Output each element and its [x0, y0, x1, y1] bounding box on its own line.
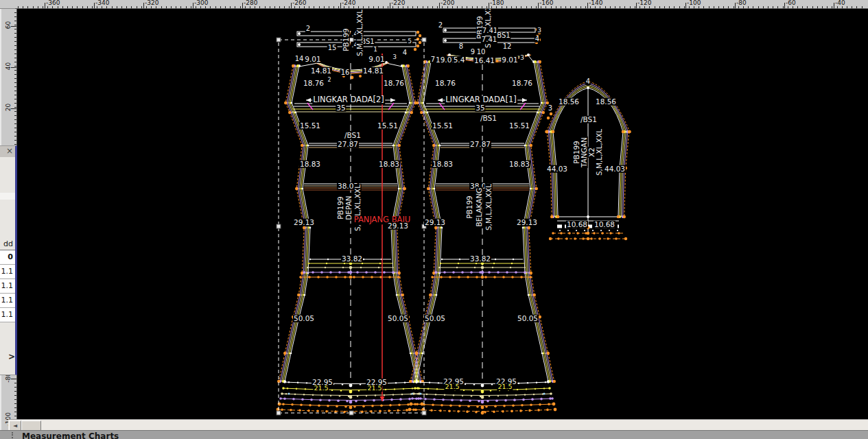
ruler-tick [689, 6, 690, 8]
ruler-tick [14, 128, 16, 128]
ruler-tick [777, 6, 778, 8]
top-ruler: -360-340-320-300-280-260-240-220-200-180… [0, 0, 868, 9]
ruler-tick [14, 99, 16, 99]
ruler-tick [349, 6, 349, 8]
grading-grid-header: dd [0, 239, 15, 250]
ruler-label: -340 [95, 0, 109, 6]
ruler-tick [788, 6, 788, 8]
ruler-tick [457, 6, 458, 8]
ruler-tick [274, 6, 275, 8]
pattern-canvas[interactable]: 2157.417.41BS1PB199S,M,L,XL,XXL149.019.0… [0, 0, 868, 439]
side-panel-titlebar[interactable]: × [0, 146, 15, 157]
ruler-tick [47, 6, 48, 8]
ruler-tick [126, 6, 127, 8]
ruler-tick [822, 6, 823, 8]
grading-cell[interactable]: 1.1 [0, 279, 15, 294]
ruler-tick [827, 6, 828, 8]
ruler-tick [423, 6, 423, 8]
ruler-tick [329, 6, 329, 8]
ruler-tick [215, 6, 216, 8]
ruler-tick [33, 6, 34, 8]
ruler-tick [14, 37, 16, 38]
ruler-label: 60 [5, 19, 12, 32]
ruler-tick [102, 6, 102, 8]
ruler-label: -180 [490, 0, 504, 6]
ruler-label: 40 [5, 60, 12, 73]
ruler-tick [735, 3, 736, 8]
ruler-tick [587, 3, 588, 8]
selection-handle[interactable] [422, 224, 426, 228]
ruler-tick [27, 6, 28, 8]
ruler-tick [14, 12, 16, 13]
back-piece[interactable] [408, 28, 557, 415]
expand-panel-button[interactable]: > [8, 352, 15, 361]
ruler-tick [605, 6, 606, 8]
measurement-charts-bar[interactable]: Measurement Charts [0, 430, 868, 439]
ruler-tick [640, 6, 640, 8]
ruler-tick [516, 6, 517, 8]
selection-box[interactable] [277, 38, 426, 415]
drag-grip-icon[interactable] [12, 432, 13, 438]
selection-handle[interactable] [277, 224, 281, 228]
ruler-tick [358, 6, 359, 8]
ruler-tick [14, 391, 16, 392]
ruler-tick [526, 6, 527, 8]
ruler-tick [225, 6, 226, 8]
ruler-tick [709, 6, 709, 8]
ruler-tick [442, 6, 443, 8]
close-icon[interactable]: × [6, 147, 13, 155]
ruler-label: -260 [292, 0, 306, 6]
ruler-label: -60 [786, 0, 796, 6]
ruler-tick [595, 6, 596, 8]
ruler-tick [664, 6, 665, 8]
ruler-tick [610, 6, 611, 8]
ruler-tick [14, 412, 16, 412]
ruler-tick [842, 6, 843, 8]
horizontal-scrollbar[interactable]: ◄ [8, 419, 868, 431]
ruler-tick [620, 6, 620, 8]
selection-handle[interactable] [277, 411, 281, 415]
ruler-label: -280 [244, 0, 257, 6]
front-piece[interactable] [277, 31, 425, 415]
ruler-tick [753, 6, 753, 8]
selection-handle[interactable] [349, 411, 353, 415]
pattern-drawing[interactable] [0, 0, 868, 439]
ruler-label: -80 [736, 0, 747, 6]
selection-handle[interactable] [277, 38, 281, 42]
ruler-tick [14, 132, 16, 132]
ruler-tick [299, 6, 300, 8]
selection-handle[interactable] [422, 411, 426, 415]
grading-cell[interactable]: 1.1 [0, 294, 15, 308]
ruler-tick [180, 6, 181, 8]
ruler-tick [793, 6, 793, 8]
ruler-tick [230, 6, 231, 8]
ruler-label: 20 [5, 102, 12, 114]
ruler-tick [11, 379, 16, 379]
ruler-label: -100 [687, 0, 701, 6]
ruler-tick [812, 6, 813, 8]
grading-cell[interactable]: 0 [0, 250, 15, 265]
ruler-tick [58, 6, 58, 8]
ruler-tick [137, 6, 137, 8]
ruler-tick [14, 74, 16, 75]
ruler-tick [82, 6, 83, 8]
ruler-tick [363, 6, 364, 8]
ruler-tick [412, 6, 413, 8]
ruler-tick [14, 111, 16, 112]
ruler-tick [121, 6, 122, 8]
ruler-tick [437, 6, 438, 8]
selection-handle[interactable] [422, 38, 426, 42]
grading-cell[interactable]: 1.1 [0, 308, 15, 322]
ruler-tick [14, 95, 16, 95]
selection-handle[interactable] [349, 38, 353, 42]
ruler-tick [378, 6, 379, 8]
ruler-tick [506, 6, 507, 8]
ruler-tick [743, 6, 744, 8]
ruler-tick [14, 399, 16, 400]
sleeve-piece[interactable] [545, 81, 631, 240]
ruler-tick [14, 82, 16, 83]
ruler-tick [14, 144, 16, 145]
grading-cell[interactable]: 1.1 [0, 265, 15, 279]
ruler-tick [210, 6, 211, 8]
ruler-tick [11, 26, 16, 27]
